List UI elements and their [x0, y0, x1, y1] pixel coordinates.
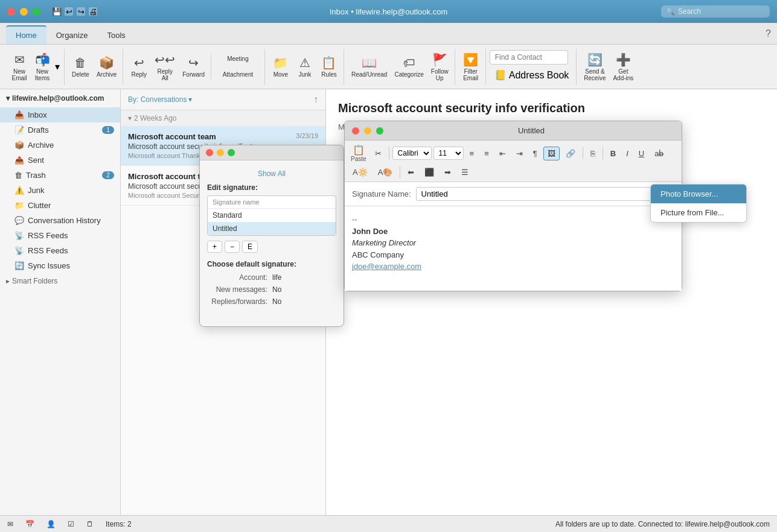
follow-up-button[interactable]: 🚩 Follow Up	[427, 50, 452, 84]
help-icon[interactable]: ?	[766, 28, 771, 44]
sig-remove-button[interactable]: −	[225, 241, 240, 253]
close-button[interactable]	[7, 8, 15, 16]
sig-btn-row: + − E	[207, 241, 336, 253]
save-icon[interactable]: 💾	[53, 7, 61, 16]
numbered-list-button[interactable]: ≡	[480, 147, 493, 160]
new-email-button[interactable]: ✉ New Email	[7, 50, 31, 84]
address-book-button[interactable]: 📒 Address Book	[490, 67, 574, 83]
rules-label: Rules	[321, 71, 337, 78]
tab-organize[interactable]: Organize	[46, 27, 98, 44]
new-items-button[interactable]: 📬 New Items ▾	[31, 50, 62, 84]
reply-button[interactable]: ↩ Reply	[127, 50, 151, 84]
sort-button[interactable]: By: Conversations ▾	[128, 95, 192, 104]
sig-editor-min-button[interactable]	[364, 127, 371, 135]
search-bar[interactable]: 🔍	[661, 5, 770, 17]
sig-item-standard[interactable]: Standard	[208, 209, 336, 222]
categorize-button[interactable]: 🏷 Categorize	[391, 50, 427, 84]
align-left-button[interactable]: ⬅	[403, 165, 418, 179]
sig-dialog-close-button[interactable]	[206, 149, 213, 156]
increase-indent-button[interactable]: ⇥	[512, 147, 527, 160]
sig-company: ABC Company	[352, 249, 674, 261]
redo-icon[interactable]: ↪	[77, 7, 85, 16]
send-receive-button[interactable]: 🔄 Send & Receive	[580, 50, 609, 84]
sync-icon: 🔄	[14, 261, 24, 270]
sig-editor-close-button[interactable]	[352, 127, 359, 135]
sidebar-item-conversation-history[interactable]: 💬 Conversation History	[0, 213, 120, 228]
sidebar-item-sync-issues[interactable]: 🔄 Sync Issues	[0, 258, 120, 273]
junk-button[interactable]: ⚠ Junk	[293, 50, 317, 84]
font-size-select[interactable]: 11	[433, 147, 464, 160]
move-button[interactable]: 📁 Move	[269, 50, 293, 84]
bold-button[interactable]: B	[606, 147, 620, 160]
sidebar-item-junk[interactable]: ⚠️ Junk	[0, 183, 120, 198]
rules-button[interactable]: 📋 Rules	[317, 50, 341, 84]
show-all-button[interactable]: Show All	[207, 168, 336, 179]
delete-button[interactable]: 🗑 Delete	[68, 50, 93, 84]
print-icon[interactable]: 🖨	[89, 7, 97, 16]
window-action-controls[interactable]: 💾 ↩ ↪ 🖨	[53, 7, 97, 16]
archive-button[interactable]: 📦 Archive	[93, 50, 120, 84]
find-contact-input[interactable]	[490, 50, 568, 65]
photo-browser-option[interactable]: Photo Browser...	[651, 185, 746, 203]
strikethrough-button[interactable]: ab̶	[650, 147, 668, 160]
sidebar-item-archive[interactable]: 📦 Archive	[0, 138, 120, 153]
underline-button[interactable]: U	[635, 147, 648, 160]
picture-from-file-option[interactable]: Picture from File...	[651, 203, 746, 222]
contacts-icon[interactable]: 👤	[46, 520, 56, 528]
window-controls[interactable]	[7, 8, 40, 16]
highlight-button[interactable]: A🔆	[348, 165, 372, 179]
notes-icon[interactable]: 🗒	[86, 520, 94, 528]
filter-email-button[interactable]: 🔽 Filter Email	[459, 50, 483, 84]
sort-order-icon[interactable]: ↑	[313, 94, 318, 105]
sidebar-item-drafts[interactable]: 📝 Drafts 1	[0, 122, 120, 138]
sig-content-area[interactable]: -- John Doe Marketing Director ABC Compa…	[345, 206, 682, 291]
reply-all-button[interactable]: ↩↩ Reply All	[151, 50, 179, 84]
get-addins-button[interactable]: ➕ Get Add-ins	[609, 50, 637, 84]
tasks-icon[interactable]: ☑	[68, 520, 74, 528]
tab-tools[interactable]: Tools	[97, 27, 135, 44]
sig-editor-max-button[interactable]	[376, 127, 383, 135]
cut-button[interactable]: ✂	[371, 147, 386, 160]
sidebar-item-sent[interactable]: 📤 Sent	[0, 153, 120, 168]
insert-link-button[interactable]: 🔗	[561, 147, 580, 160]
paragraph-button[interactable]: ¶	[529, 147, 542, 160]
sig-dialog-min-button[interactable]	[217, 149, 224, 156]
sidebar-item-trash[interactable]: 🗑 Trash 2	[0, 168, 120, 183]
undo-icon[interactable]: ↩	[65, 7, 73, 16]
sig-name-input[interactable]	[416, 187, 665, 201]
justify-button[interactable]: ☰	[457, 165, 473, 179]
sidebar-item-rss-feeds-2[interactable]: 📡 RSS Feeds	[0, 243, 120, 258]
sig-dialog-max-button[interactable]	[228, 149, 235, 156]
minimize-button[interactable]	[20, 8, 28, 16]
sidebar-item-clutter[interactable]: 📁 Clutter	[0, 198, 120, 213]
paste-button[interactable]: 📋 Paste	[348, 143, 369, 163]
sidebar-item-inbox[interactable]: 📥 Inbox	[0, 107, 120, 122]
attachment-button[interactable]: Attachment	[214, 68, 262, 82]
bullet-list-button[interactable]: ≡	[465, 147, 479, 160]
sig-item-untitled[interactable]: Untitled	[208, 222, 336, 235]
align-center-button[interactable]: ⬛	[420, 165, 438, 179]
decrease-indent-button[interactable]: ⇤	[495, 147, 510, 160]
new-items-arrow[interactable]: ▾	[53, 50, 62, 84]
sig-add-button[interactable]: +	[207, 241, 222, 253]
font-color-button[interactable]: A🎨	[374, 165, 397, 179]
font-select[interactable]: Calibri	[392, 147, 432, 160]
forward-label: Forward	[182, 71, 205, 78]
read-unread-button[interactable]: 📖 Read/Unread	[348, 50, 391, 84]
sidebar-account[interactable]: ▾ lifewire.help@outlook.com	[0, 89, 120, 107]
new-items-main[interactable]: 📬 New Items	[31, 50, 53, 84]
mail-view-icon[interactable]: ✉	[7, 520, 13, 528]
maximize-button[interactable]	[33, 8, 40, 16]
italic-button[interactable]: I	[622, 147, 633, 160]
smart-folders-header[interactable]: ▸ Smart Folders	[0, 273, 120, 289]
align-right-button[interactable]: ➡	[440, 165, 455, 179]
meeting-button[interactable]: Meeting	[214, 52, 262, 66]
calendar-icon[interactable]: 📅	[25, 520, 34, 528]
search-input[interactable]	[678, 7, 763, 16]
tab-home[interactable]: Home	[6, 25, 46, 44]
forward-button[interactable]: ↪ Forward	[179, 50, 208, 84]
insert-image-button[interactable]: 🖼	[543, 147, 560, 160]
sidebar-item-rss-feeds-1[interactable]: 📡 RSS Feeds	[0, 228, 120, 243]
copy-button[interactable]: ⎘	[586, 147, 600, 160]
sig-edit-button[interactable]: E	[242, 241, 258, 253]
